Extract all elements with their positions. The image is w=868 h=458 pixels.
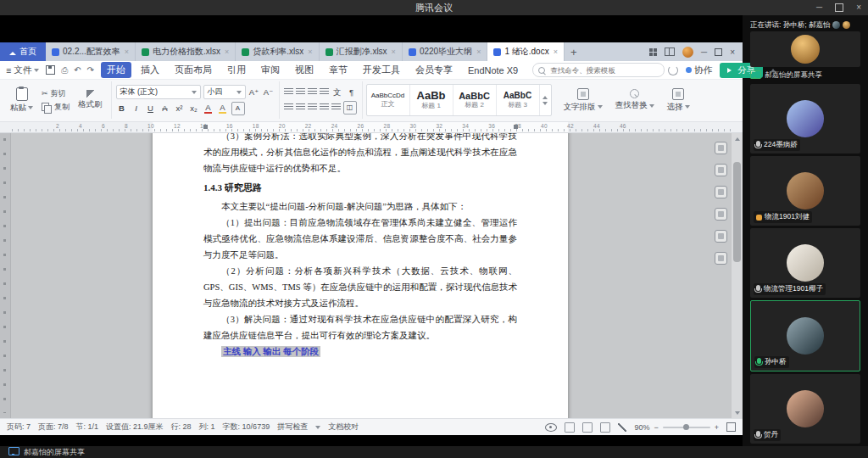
bold-button[interactable]: B <box>116 103 128 114</box>
bullets-icon[interactable] <box>284 88 293 96</box>
font-size-select[interactable]: 小四 <box>203 85 246 99</box>
style-heading-2[interactable]: AaBbC 标题 2 <box>453 85 497 115</box>
new-tab-button[interactable]: + <box>565 42 583 61</box>
tab-close-icon[interactable]: × <box>308 47 312 56</box>
highlight-color-button[interactable]: A <box>217 103 229 114</box>
superscript-button[interactable]: x² <box>174 103 186 114</box>
eye-icon[interactable] <box>545 423 557 432</box>
command-search-box[interactable] <box>532 63 665 77</box>
split-window-icon[interactable] <box>665 47 675 56</box>
save-icon[interactable] <box>46 65 55 75</box>
zoom-in-button[interactable]: + <box>715 423 719 432</box>
font-color-button[interactable]: A <box>203 103 214 114</box>
subscript-button[interactable]: x₂ <box>188 103 200 114</box>
undo-icon[interactable]: ↶ <box>74 65 81 75</box>
vertical-scrollbar[interactable] <box>731 133 743 418</box>
menu-item-view[interactable]: 视图 <box>289 62 320 78</box>
tab-close-icon[interactable]: × <box>225 47 229 56</box>
menu-item-dev-tools[interactable]: 开发工具 <box>357 62 406 78</box>
home-tab[interactable]: 首页 <box>0 42 46 61</box>
justify-icon[interactable] <box>320 103 329 111</box>
text-direction-icon[interactable]: 文 <box>331 87 343 98</box>
document-tab[interactable]: 汇报删净.xlsx × <box>320 42 403 61</box>
zoom-slider[interactable] <box>663 427 710 428</box>
copy-button[interactable]: 复制 <box>42 102 70 113</box>
print-layout-view-icon[interactable] <box>565 422 575 433</box>
command-search-input[interactable] <box>548 65 659 75</box>
document-tab-active[interactable]: 1 绪论.docx × <box>487 42 565 61</box>
participant-tile-speaking[interactable]: 孙中桥 <box>750 300 860 371</box>
fullscreen-icon[interactable] <box>726 422 736 432</box>
menu-item-start[interactable]: 开始 <box>101 62 131 78</box>
tab-close-icon[interactable]: × <box>125 47 129 56</box>
menu-item-section[interactable]: 章节 <box>323 62 353 78</box>
spellcheck-button[interactable]: 拼写检查 <box>277 422 308 433</box>
menu-item-page-layout[interactable]: 页面布局 <box>169 62 218 78</box>
cut-button[interactable]: ✂ 剪切 <box>42 88 70 99</box>
scroll-down-icon[interactable] <box>732 410 743 418</box>
status-word-count[interactable]: 字数: 10/6739 <box>223 422 270 433</box>
strikethrough-button[interactable]: A <box>159 103 171 114</box>
close-icon[interactable]: × <box>856 3 861 12</box>
font-family-select[interactable]: 宋体 (正文) <box>116 85 201 99</box>
comment-icon[interactable] <box>715 208 727 221</box>
style-normal[interactable]: AaBbCcDd 正文 <box>367 85 410 115</box>
doc-paragraph[interactable]: （3）案例分析法：选取实际典型案例，深入分析在突发事件中现代科学技术的应用模式，… <box>203 133 517 176</box>
document-tab[interactable]: 02.2...配置效率 × <box>46 42 136 61</box>
menu-item-member[interactable]: 会员专享 <box>409 62 459 78</box>
maximize-icon[interactable] <box>835 3 843 12</box>
grow-font-button[interactable]: A⁺ <box>248 87 260 98</box>
shrink-font-button[interactable]: A⁻ <box>263 87 275 98</box>
zoom-slider-knob[interactable] <box>683 424 689 430</box>
participant-tile[interactable]: 224墨病娇 <box>750 84 860 154</box>
indent-icon[interactable] <box>320 88 329 96</box>
doc-highlight-line[interactable]: 主线 输入 输出 每个阶段 <box>203 344 517 360</box>
minimize-icon[interactable]: ─ <box>816 3 822 12</box>
outdent-icon[interactable] <box>308 88 317 96</box>
paste-button[interactable]: 粘贴 <box>6 87 37 114</box>
apps-grid-icon[interactable] <box>649 48 657 56</box>
cloud-sync-icon[interactable] <box>668 65 678 75</box>
wps-maximize-icon[interactable] <box>715 48 722 56</box>
tab-close-icon[interactable]: × <box>554 47 558 56</box>
menu-item-review[interactable]: 审阅 <box>255 62 286 78</box>
italic-button[interactable]: I <box>131 103 142 114</box>
line-spacing-icon[interactable] <box>331 103 341 111</box>
ink-icon[interactable] <box>618 423 626 432</box>
participant-tile-partial[interactable] <box>750 31 860 67</box>
tab-close-icon[interactable]: × <box>476 47 481 56</box>
reader-icon[interactable] <box>715 252 727 265</box>
pen-tool-icon[interactable] <box>715 142 727 154</box>
wps-close-icon[interactable]: × <box>730 47 735 57</box>
user-avatar[interactable] <box>682 47 693 58</box>
tab-close-icon[interactable]: × <box>392 47 396 56</box>
align-right-icon[interactable] <box>308 103 317 111</box>
file-menu-button[interactable]: ≡ 文件 <box>6 64 39 76</box>
proofread-button[interactable]: 文档校对 <box>328 422 359 433</box>
indent-marker[interactable] <box>514 125 518 129</box>
doc-heading[interactable]: 1.4.3 研究思路 <box>203 179 517 197</box>
document-tab[interactable]: 电力价格指数.xlsx × <box>136 42 236 61</box>
document-tab[interactable]: 0220毕业大纲 × <box>403 42 488 61</box>
format-painter-button[interactable]: 格式刷 <box>74 90 107 110</box>
shading-icon[interactable]: ◫ <box>343 101 357 114</box>
style-heading-1[interactable]: AaBb 标题 1 <box>410 85 453 115</box>
align-left-icon[interactable] <box>284 103 293 111</box>
document-page[interactable]: （3）案例分析法：选取实际典型案例，深入分析在突发事件中现代科学技术的应用模式，… <box>153 133 568 418</box>
document-tab[interactable]: 贷款利率.xlsx × <box>236 42 319 61</box>
location-icon[interactable] <box>715 230 727 243</box>
scrollbar-thumb[interactable] <box>733 162 741 262</box>
doc-paragraph[interactable]: （3）解决问题：通过对现有科学技术在应急供应链中的配置深入研究，构建应急供应链信… <box>203 311 517 344</box>
navigation-strip[interactable] <box>0 133 11 418</box>
redo-icon[interactable]: ↷ <box>87 65 94 75</box>
wps-minimize-icon[interactable]: ─ <box>701 47 707 57</box>
assistant-icon[interactable] <box>715 186 727 198</box>
style-heading-3[interactable]: AaBbC 标题 3 <box>497 85 540 115</box>
character-border-button[interactable]: A <box>231 102 245 115</box>
text-layout-button[interactable]: 文字排版 <box>559 88 607 113</box>
indent-marker[interactable] <box>203 125 208 129</box>
underline-button[interactable]: U <box>145 103 157 114</box>
scroll-up-icon[interactable] <box>732 133 743 142</box>
web-layout-view-icon[interactable] <box>582 422 593 433</box>
find-replace-button[interactable]: 查找替换 <box>611 89 659 111</box>
